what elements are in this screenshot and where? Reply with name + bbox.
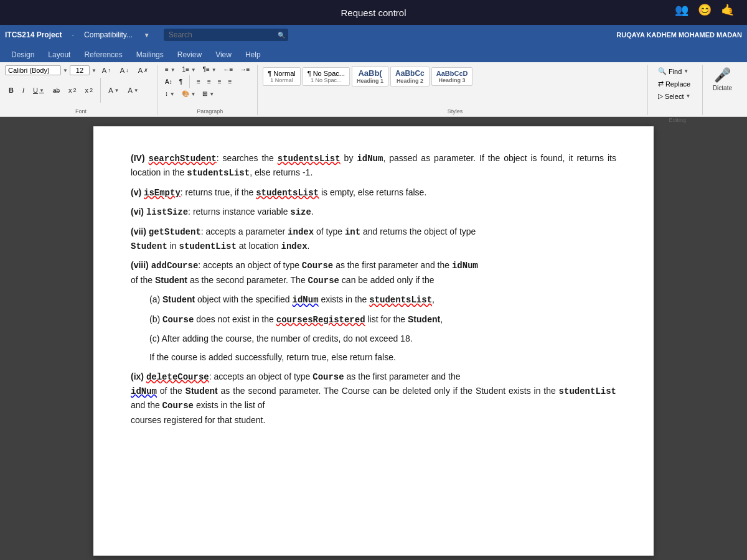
justify-btn[interactable]: ≡ — [226, 77, 235, 86]
app-name: ITCS214 Project — [5, 30, 62, 39]
font-size-input[interactable] — [70, 65, 90, 75]
increase-indent-btn[interactable]: →≡ — [237, 65, 252, 74]
paragraph-vi: (vi) listSize: returns instance variable… — [131, 205, 616, 219]
style-heading1-btn[interactable]: AaBb( Heading 1 — [352, 66, 388, 86]
tab-layout[interactable]: Layout — [42, 47, 77, 62]
student-term4: Student — [408, 314, 440, 324]
paragraph-vii: (vii) getStudent: accepts a parameter in… — [131, 225, 616, 254]
para-viii-end-text: If the course is added successfully, ret… — [149, 352, 396, 362]
line-spacing-btn[interactable]: ↕ ▼ — [162, 89, 177, 98]
style-heading3-btn[interactable]: AaBbCcD Heading 3 — [431, 67, 473, 86]
tab-view[interactable]: View — [209, 47, 238, 62]
clear-format-btn[interactable]: A✗ — [134, 65, 152, 76]
tab-design[interactable]: Design — [5, 47, 40, 62]
para-viii-text2: as the first parameter and the — [333, 260, 452, 270]
para-iv-text1: : searches the — [217, 153, 278, 163]
para-vi-end: . — [311, 207, 314, 217]
find-dropdown[interactable]: ▼ — [684, 68, 688, 74]
para-viii-b-text2: does not exist in the — [194, 314, 276, 324]
paragraph-group: ≡ ▼ 1≡ ▼ ¶≡ ▼ ←≡ →≡ A↕ ¶ ≡ ≡ ≡ ≡ ↕ ▼ 🎨 ▼… — [162, 65, 258, 115]
studentslist-term2: studentsList — [187, 168, 250, 178]
para-ix-text3: of the — [157, 386, 186, 396]
dropdown-arrow-file[interactable]: ▼ — [144, 32, 150, 39]
find-btn[interactable]: 🔍 Find ▼ — [655, 66, 693, 77]
border-btn[interactable]: ⊞ ▼ — [200, 89, 217, 98]
para-viii-c: (c) After adding the course, the number … — [131, 332, 616, 345]
styles-group-label: Styles — [263, 108, 647, 115]
show-marks-btn[interactable]: ¶ — [177, 77, 185, 86]
tab-review[interactable]: Review — [171, 47, 208, 62]
numbering-btn[interactable]: 1≡ ▼ — [180, 65, 199, 74]
paragraph-viii: (viii) addCourse: accepts an object of t… — [131, 258, 616, 287]
para-ix-prefix: (ix) — [131, 371, 146, 381]
align-left-btn[interactable]: ≡ — [194, 77, 203, 86]
decrease-indent-btn[interactable]: ←≡ — [221, 65, 236, 74]
tab-references[interactable]: References — [78, 47, 128, 62]
style-heading2-btn[interactable]: AaBbCc Heading 2 — [390, 67, 430, 86]
coursesregistered-term: coursesRegistered — [276, 315, 365, 325]
grow-font-btn[interactable]: A↑ — [98, 65, 115, 76]
paragraph-iv: (IV) searchStudent: searches the student… — [131, 151, 616, 180]
search-input[interactable] — [164, 29, 288, 41]
idnum-term1: idNum — [357, 154, 383, 164]
highlight-btn[interactable]: A ▼ — [124, 85, 142, 96]
course-term1: Course — [302, 261, 333, 271]
studentlist-term1: studentList — [179, 241, 237, 251]
dictate-group: 🎤 Dictate — [708, 65, 742, 115]
para-iv-prefix: (IV) — [131, 153, 149, 163]
font-name-dropdown[interactable]: ▼ — [63, 68, 68, 73]
para-iv-text4: , else returns -1. — [250, 167, 312, 177]
searchstudent-term: searchStudent — [149, 154, 217, 164]
para-viii-text4: can be added only if the — [339, 275, 435, 285]
document-page[interactable]: (IV) searchStudent: searches the student… — [93, 126, 654, 556]
align-center-btn[interactable]: ≡ — [205, 77, 214, 86]
sort-btn[interactable]: A↕ — [162, 77, 175, 86]
para-viii-b: (b) Course does not exist in the courses… — [131, 312, 616, 327]
style-normal-btn[interactable]: ¶ Normal 1 Normal — [263, 67, 300, 86]
divider-1 — [100, 78, 101, 103]
font-color-btn[interactable]: A ▼ — [105, 85, 123, 96]
para-vii-text1: : accepts a parameter — [201, 226, 288, 236]
index-term2: index — [281, 241, 308, 251]
window-title: Request control — [341, 7, 406, 18]
idnum-term4: idNum — [131, 386, 157, 396]
tab-mailings[interactable]: Mailings — [130, 47, 170, 62]
para-viii-b-text3: list for the — [365, 314, 408, 324]
multilevel-btn[interactable]: ¶≡ ▼ — [200, 65, 219, 74]
select-dropdown[interactable]: ▼ — [685, 93, 690, 99]
hand-icon[interactable]: 🤙 — [721, 3, 735, 17]
shrink-font-btn[interactable]: A↓ — [116, 65, 133, 76]
studentslist-term1: studentsList — [278, 154, 341, 164]
para-vii-text4: in — [167, 241, 179, 251]
studentslist-term3: studentsList — [256, 188, 319, 198]
font-size-dropdown[interactable]: ▼ — [92, 68, 96, 73]
select-btn[interactable]: ▷ Select ▼ — [655, 91, 693, 101]
para-viii-b-end: , — [440, 314, 443, 324]
strikethrough-btn[interactable]: ab — [49, 85, 63, 96]
style-nospac-btn[interactable]: ¶ No Spac... 1 No Spac... — [303, 67, 350, 86]
superscript-btn[interactable]: x2 — [82, 85, 97, 96]
bold-btn[interactable]: B — [5, 85, 17, 96]
dictate-btn[interactable]: 🎤 Dictate — [708, 65, 737, 94]
para-vi-text: : returns instance variable — [188, 207, 290, 217]
tab-help[interactable]: Help — [239, 47, 267, 62]
bullets-btn[interactable]: ≡ ▼ — [162, 65, 178, 74]
shading-btn[interactable]: 🎨 ▼ — [179, 89, 199, 98]
addcourse-term: addCourse — [151, 261, 199, 271]
para-v-text1: : returns true, if the — [181, 187, 256, 197]
replace-btn[interactable]: ⇄ Replace — [655, 78, 693, 89]
para-vii-text2: of type — [314, 226, 345, 236]
italic-btn[interactable]: I — [19, 85, 28, 96]
smiley-icon[interactable]: 😊 — [698, 3, 712, 17]
subscript-btn[interactable]: x2 — [65, 85, 80, 96]
course-term2: Course — [308, 276, 339, 286]
people-icon[interactable]: 👥 — [675, 3, 688, 17]
divider-2 — [189, 75, 190, 88]
para-viii-prefix: (viii) — [131, 260, 151, 270]
menu-bar-left: ITCS214 Project - Compatibility... ▼ — [5, 29, 604, 41]
styles-area: ¶ Normal 1 Normal ¶ No Spac... 1 No Spac… — [263, 65, 472, 88]
underline-btn[interactable]: U ▼ — [29, 85, 48, 96]
align-right-btn[interactable]: ≡ — [215, 77, 224, 86]
student-term2: Student — [155, 275, 187, 285]
font-name-input[interactable] — [5, 65, 61, 75]
